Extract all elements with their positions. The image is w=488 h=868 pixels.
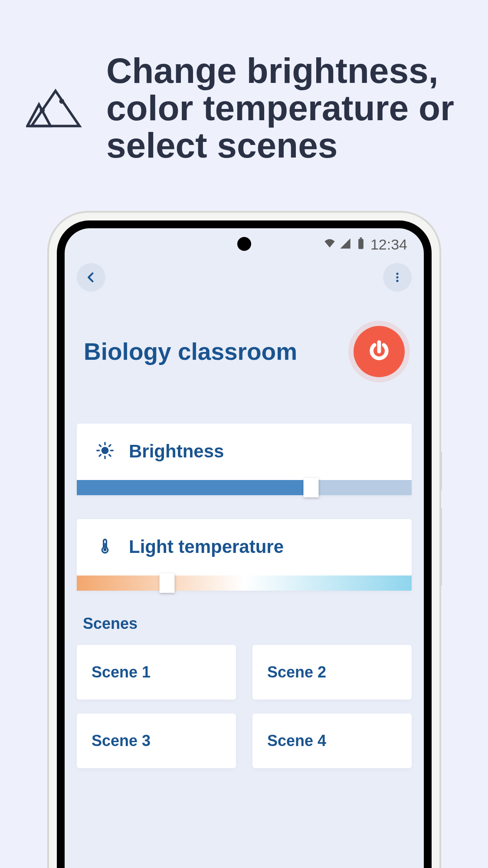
mountains-icon (26, 85, 93, 132)
temperature-track (77, 575, 412, 591)
scene-button-3[interactable]: Scene 3 (77, 713, 236, 768)
svg-rect-2 (358, 239, 364, 249)
room-title: Biology classroom (84, 338, 297, 365)
phone-screen: 12:34 Biology classroom (65, 228, 424, 868)
signal-icon (339, 236, 351, 253)
svg-point-7 (102, 447, 109, 454)
phone-side-button (439, 508, 442, 586)
scene-button-4[interactable]: Scene 4 (252, 713, 412, 768)
svg-point-4 (396, 273, 398, 275)
svg-line-13 (109, 455, 111, 457)
brightness-icon (96, 442, 114, 461)
svg-point-1 (41, 109, 44, 112)
brightness-label: Brightness (129, 441, 224, 462)
brightness-thumb[interactable] (304, 478, 319, 497)
battery-icon (355, 236, 367, 253)
temperature-slider[interactable] (77, 575, 412, 591)
scene-label: Scene 1 (92, 663, 151, 681)
temperature-label: Light temperature (129, 536, 284, 557)
brightness-slider[interactable] (77, 480, 412, 495)
thermometer-icon (96, 537, 114, 556)
scenes-section-label: Scenes (83, 615, 412, 633)
phone-side-button (439, 451, 442, 490)
svg-point-16 (103, 548, 106, 551)
power-button[interactable] (354, 326, 405, 377)
scene-label: Scene 2 (267, 663, 326, 681)
scene-button-2[interactable]: Scene 2 (252, 645, 412, 700)
svg-point-5 (396, 276, 398, 278)
marketing-headline: Change brightness, color temperature or … (106, 52, 462, 164)
power-icon (368, 340, 390, 363)
scene-label: Scene 4 (267, 732, 326, 750)
temperature-card: Light temperature (77, 519, 412, 591)
more-button[interactable] (383, 263, 412, 292)
phone-frame: 12:34 Biology classroom (49, 213, 439, 868)
more-vertical-icon (391, 271, 403, 283)
status-bar: 12:34 (324, 236, 407, 253)
scene-label: Scene 3 (92, 732, 151, 750)
brightness-card: Brightness (77, 424, 412, 495)
scenes-grid: Scene 1 Scene 2 Scene 3 Scene 4 (77, 645, 412, 768)
svg-line-15 (109, 445, 111, 447)
svg-line-14 (99, 455, 101, 457)
wifi-icon (324, 236, 336, 253)
chevron-left-icon (85, 271, 97, 283)
status-time: 12:34 (370, 236, 407, 253)
svg-rect-3 (360, 237, 362, 239)
svg-point-0 (60, 100, 63, 102)
scene-button-1[interactable]: Scene 1 (77, 645, 236, 700)
svg-point-6 (396, 280, 398, 282)
camera-notch (237, 237, 251, 251)
back-button[interactable] (77, 263, 105, 292)
svg-line-12 (99, 445, 101, 447)
temperature-thumb[interactable] (160, 573, 175, 593)
marketing-header: Change brightness, color temperature or … (0, 0, 488, 164)
brightness-track (77, 480, 412, 495)
